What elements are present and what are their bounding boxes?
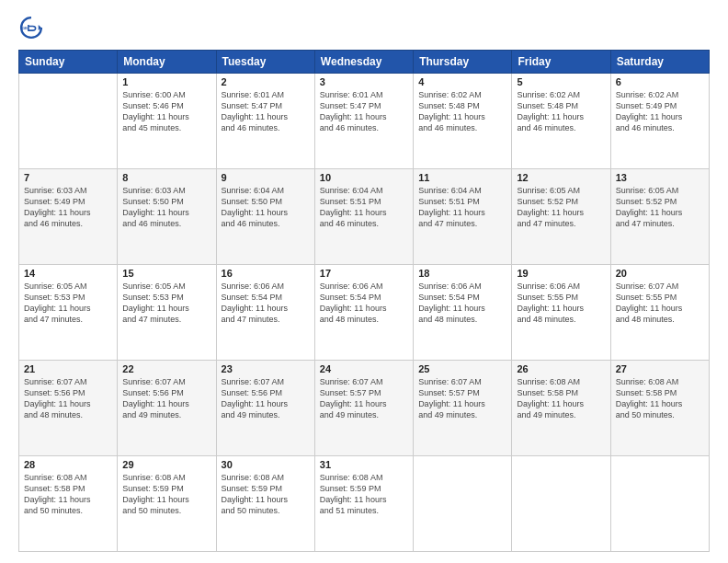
day-info: Sunrise: 6:07 AM Sunset: 5:57 PM Dayligh… (418, 376, 506, 421)
weekday-header-sunday: Sunday (19, 51, 118, 74)
calendar-cell (19, 74, 118, 169)
calendar-cell: 17Sunrise: 6:06 AM Sunset: 5:54 PM Dayli… (314, 265, 413, 361)
day-info: Sunrise: 6:06 AM Sunset: 5:54 PM Dayligh… (222, 281, 310, 326)
day-info: Sunrise: 6:05 AM Sunset: 5:53 PM Dayligh… (122, 281, 210, 326)
weekday-header-monday: Monday (118, 51, 216, 74)
day-number: 11 (418, 172, 506, 183)
calendar-cell: 13Sunrise: 6:05 AM Sunset: 5:52 PM Dayli… (610, 169, 709, 265)
day-number: 1 (122, 76, 210, 87)
calendar-cell: 2Sunrise: 6:01 AM Sunset: 5:47 PM Daylig… (216, 74, 314, 169)
day-number: 4 (418, 76, 506, 87)
day-info: Sunrise: 6:08 AM Sunset: 5:58 PM Dayligh… (24, 472, 112, 517)
day-number: 16 (222, 268, 310, 279)
calendar-cell: 19Sunrise: 6:06 AM Sunset: 5:55 PM Dayli… (512, 265, 610, 361)
day-info: Sunrise: 6:02 AM Sunset: 5:49 PM Dayligh… (616, 89, 704, 134)
day-number: 14 (24, 268, 112, 279)
day-number: 17 (320, 268, 408, 279)
day-info: Sunrise: 6:05 AM Sunset: 5:53 PM Dayligh… (24, 281, 112, 326)
day-number: 21 (24, 363, 112, 374)
weekday-header-saturday: Saturday (610, 51, 709, 74)
calendar-cell: 7Sunrise: 6:03 AM Sunset: 5:49 PM Daylig… (19, 169, 118, 265)
day-info: Sunrise: 6:08 AM Sunset: 5:58 PM Dayligh… (517, 376, 605, 421)
day-number: 29 (122, 459, 210, 470)
weekday-row: SundayMondayTuesdayWednesdayThursdayFrid… (19, 51, 710, 74)
calendar-cell: 29Sunrise: 6:08 AM Sunset: 5:59 PM Dayli… (118, 456, 216, 552)
calendar-cell (610, 456, 709, 552)
day-number: 23 (222, 363, 310, 374)
weekday-header-friday: Friday (512, 51, 610, 74)
weekday-header-thursday: Thursday (414, 51, 512, 74)
day-info: Sunrise: 6:08 AM Sunset: 5:59 PM Dayligh… (320, 472, 408, 517)
day-number: 6 (616, 76, 704, 87)
day-info: Sunrise: 6:03 AM Sunset: 5:50 PM Dayligh… (122, 185, 210, 230)
calendar-cell: 22Sunrise: 6:07 AM Sunset: 5:56 PM Dayli… (118, 361, 216, 456)
day-number: 3 (320, 76, 408, 87)
header: GB (18, 15, 710, 40)
calendar-cell: 23Sunrise: 6:07 AM Sunset: 5:56 PM Dayli… (216, 361, 314, 456)
calendar-cell: 21Sunrise: 6:07 AM Sunset: 5:56 PM Dayli… (19, 361, 118, 456)
calendar-cell: 9Sunrise: 6:04 AM Sunset: 5:50 PM Daylig… (216, 169, 314, 265)
calendar-cell: 8Sunrise: 6:03 AM Sunset: 5:50 PM Daylig… (118, 169, 216, 265)
calendar-cell: 4Sunrise: 6:02 AM Sunset: 5:48 PM Daylig… (414, 74, 512, 169)
day-number: 18 (418, 268, 506, 279)
day-number: 27 (616, 363, 704, 374)
page: GB SundayMondayTuesdayWednesdayThursdayF… (0, 0, 728, 563)
day-info: Sunrise: 6:01 AM Sunset: 5:47 PM Dayligh… (222, 89, 310, 134)
day-info: Sunrise: 6:07 AM Sunset: 5:55 PM Dayligh… (616, 281, 704, 326)
calendar-cell: 5Sunrise: 6:02 AM Sunset: 5:48 PM Daylig… (512, 74, 610, 169)
day-info: Sunrise: 6:02 AM Sunset: 5:48 PM Dayligh… (517, 89, 605, 134)
day-info: Sunrise: 6:08 AM Sunset: 5:59 PM Dayligh… (122, 472, 210, 517)
day-info: Sunrise: 6:04 AM Sunset: 5:51 PM Dayligh… (418, 185, 506, 230)
day-info: Sunrise: 6:04 AM Sunset: 5:51 PM Dayligh… (320, 185, 408, 230)
day-number: 5 (517, 76, 605, 87)
calendar-cell (512, 456, 610, 552)
calendar-cell: 11Sunrise: 6:04 AM Sunset: 5:51 PM Dayli… (414, 169, 512, 265)
calendar-cell: 14Sunrise: 6:05 AM Sunset: 5:53 PM Dayli… (19, 265, 118, 361)
week-row-5: 28Sunrise: 6:08 AM Sunset: 5:58 PM Dayli… (19, 456, 710, 552)
calendar-cell: 31Sunrise: 6:08 AM Sunset: 5:59 PM Dayli… (314, 456, 413, 552)
calendar-body: 1Sunrise: 6:00 AM Sunset: 5:46 PM Daylig… (19, 74, 710, 552)
calendar-cell (414, 456, 512, 552)
day-number: 2 (222, 76, 310, 87)
svg-text:GB: GB (22, 26, 28, 30)
calendar-header: SundayMondayTuesdayWednesdayThursdayFrid… (19, 51, 710, 74)
week-row-3: 14Sunrise: 6:05 AM Sunset: 5:53 PM Dayli… (19, 265, 710, 361)
day-info: Sunrise: 6:08 AM Sunset: 5:59 PM Dayligh… (222, 472, 310, 517)
day-info: Sunrise: 6:00 AM Sunset: 5:46 PM Dayligh… (122, 89, 210, 134)
weekday-header-tuesday: Tuesday (216, 51, 314, 74)
day-number: 12 (517, 172, 605, 183)
day-number: 30 (222, 459, 310, 470)
week-row-4: 21Sunrise: 6:07 AM Sunset: 5:56 PM Dayli… (19, 361, 710, 456)
day-number: 28 (24, 459, 112, 470)
calendar-cell: 1Sunrise: 6:00 AM Sunset: 5:46 PM Daylig… (118, 74, 216, 169)
day-number: 15 (122, 268, 210, 279)
day-info: Sunrise: 6:06 AM Sunset: 5:54 PM Dayligh… (418, 281, 506, 326)
day-info: Sunrise: 6:05 AM Sunset: 5:52 PM Dayligh… (517, 185, 605, 230)
day-number: 22 (122, 363, 210, 374)
day-number: 13 (616, 172, 704, 183)
day-info: Sunrise: 6:07 AM Sunset: 5:56 PM Dayligh… (24, 376, 112, 421)
week-row-1: 1Sunrise: 6:00 AM Sunset: 5:46 PM Daylig… (19, 74, 710, 169)
calendar-cell: 12Sunrise: 6:05 AM Sunset: 5:52 PM Dayli… (512, 169, 610, 265)
day-number: 31 (320, 459, 408, 470)
logo: GB (18, 15, 48, 40)
day-info: Sunrise: 6:01 AM Sunset: 5:47 PM Dayligh… (320, 89, 408, 134)
calendar-cell: 28Sunrise: 6:08 AM Sunset: 5:58 PM Dayli… (19, 456, 118, 552)
calendar-cell: 30Sunrise: 6:08 AM Sunset: 5:59 PM Dayli… (216, 456, 314, 552)
day-info: Sunrise: 6:08 AM Sunset: 5:58 PM Dayligh… (616, 376, 704, 421)
day-number: 26 (517, 363, 605, 374)
calendar-cell: 15Sunrise: 6:05 AM Sunset: 5:53 PM Dayli… (118, 265, 216, 361)
weekday-header-wednesday: Wednesday (314, 51, 413, 74)
calendar-cell: 20Sunrise: 6:07 AM Sunset: 5:55 PM Dayli… (610, 265, 709, 361)
calendar-cell: 18Sunrise: 6:06 AM Sunset: 5:54 PM Dayli… (414, 265, 512, 361)
day-info: Sunrise: 6:07 AM Sunset: 5:57 PM Dayligh… (320, 376, 408, 421)
day-info: Sunrise: 6:07 AM Sunset: 5:56 PM Dayligh… (122, 376, 210, 421)
day-number: 10 (320, 172, 408, 183)
day-number: 25 (418, 363, 506, 374)
day-info: Sunrise: 6:06 AM Sunset: 5:54 PM Dayligh… (320, 281, 408, 326)
day-info: Sunrise: 6:06 AM Sunset: 5:55 PM Dayligh… (517, 281, 605, 326)
calendar-cell: 25Sunrise: 6:07 AM Sunset: 5:57 PM Dayli… (414, 361, 512, 456)
day-number: 19 (517, 268, 605, 279)
day-number: 9 (222, 172, 310, 183)
day-number: 24 (320, 363, 408, 374)
